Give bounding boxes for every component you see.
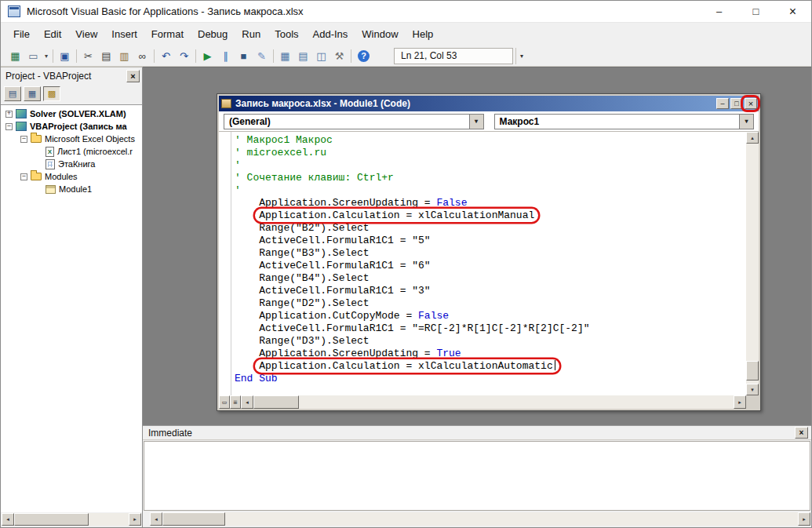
code-line-2[interactable]: ' microexcel.ru [235,147,746,159]
collapse-icon[interactable]: − [20,136,27,143]
menu-item-edit[interactable]: Edit [37,24,68,46]
cut-icon[interactable]: ✂ [79,48,97,64]
code-line-19[interactable]: Application.Calculation = xlCalculationA… [235,360,746,373]
view-microsoft-excel-icon[interactable]: ▦ [6,48,24,64]
code-line-8[interactable]: Range("B2").Select [235,222,746,235]
menu-item-insert[interactable]: Insert [104,24,144,46]
code-line-13[interactable]: ActiveCell.FormulaR1C1 = "3" [235,285,746,297]
tree-item-thisworkbook[interactable]: ЭтаКнига [1,158,142,170]
menu-item-debug[interactable]: Debug [191,24,235,46]
code-line-5[interactable]: ' [235,184,746,197]
tree-item-vbaproject[interactable]: −VBAProject (Запись ма [1,120,142,133]
maximize-button[interactable]: □ [737,1,774,22]
break-icon[interactable]: ∥ [217,48,235,64]
scrollbar-track[interactable] [299,395,734,409]
tree-item-module1[interactable]: Module1 [1,183,142,195]
code-line-11[interactable]: ActiveCell.FormulaR1C1 = "6" [235,260,746,272]
scrollbar-thumb[interactable] [162,512,225,526]
scroll-right-button[interactable]: ▸ [798,512,810,526]
toolbar-options-chevron-icon[interactable]: ▾ [515,48,527,64]
menu-item-format[interactable]: Format [144,24,191,46]
procedure-view-button[interactable]: ▭ [219,395,230,409]
scrollbar-thumb[interactable] [253,395,299,409]
code-window-titlebar[interactable]: Запись макроса.xlsx - Module1 (Code) – □… [219,96,759,111]
menu-item-run[interactable]: Run [235,24,268,46]
code-line-12[interactable]: Range("B4").Select [235,272,746,285]
code-line-20[interactable]: End Sub [235,373,746,385]
code-line-4[interactable]: ' Сочетание клавиш: Ctrl+r [235,172,746,184]
code-window-minimize-button[interactable]: – [716,98,729,109]
paste-icon[interactable]: ▥ [115,48,133,64]
toolbox-icon[interactable]: ⚒ [330,48,348,64]
immediate-input-area[interactable] [144,441,810,511]
toggle-folders-button[interactable]: ▩ [43,86,60,101]
properties-window-icon[interactable]: ▤ [294,48,312,64]
vertical-scrollbar-thumb[interactable] [746,361,759,381]
redo-icon[interactable]: ↷ [175,48,193,64]
object-browser-icon[interactable]: ◫ [312,48,330,64]
code-line-6[interactable]: Application.ScreenUpdating = False [235,197,746,209]
code-line-7[interactable]: Application.Calculation = xlCalculationM… [235,209,746,222]
project-explorer-icon[interactable]: ▦ [276,48,294,64]
code-line-16[interactable]: ActiveCell.FormulaR1C1 = "=RC[-2]*R[1]C[… [235,322,746,335]
help-icon[interactable]: ? [358,50,370,62]
tree-item-solver[interactable]: +Solver (SOLVER.XLAM) [1,107,142,120]
code-horizontal-scrollbar[interactable]: ▭ ≣ ◂ ▸ [219,395,746,409]
code-line-10[interactable]: Range("B3").Select [235,247,746,260]
immediate-close-button[interactable]: × [795,427,808,439]
design-mode-icon[interactable]: ✎ [253,48,271,64]
menu-item-file[interactable]: File [6,24,37,46]
project-horizontal-scrollbar[interactable]: ◂ ▸ [2,513,141,526]
code-line-15[interactable]: Application.CutCopyMode = False [235,310,746,322]
code-window-close-button[interactable]: × [745,98,757,109]
menu-item-window[interactable]: Window [355,24,405,46]
collapse-icon[interactable]: − [20,173,27,180]
object-dropdown[interactable]: (General) ▾ [224,114,484,129]
tree-item-microsoft-excel-objects[interactable]: −Microsoft Excel Objects [1,133,142,145]
code-line-18[interactable]: Application.ScreenUpdating = True [235,348,746,360]
scrollbar-track[interactable] [225,512,798,526]
view-object-button[interactable]: ▦ [24,86,41,101]
undo-icon[interactable]: ↶ [157,48,175,64]
copy-icon[interactable]: ▤ [97,48,115,64]
code-vertical-scrollbar[interactable]: ▴ ▾ [746,132,759,395]
code-line-1[interactable]: ' Макрос1 Макрос [235,134,746,147]
insert-userform-icon[interactable]: ▭ [24,48,42,64]
scroll-up-button[interactable]: ▴ [746,132,759,144]
menu-item-add-ins[interactable]: Add-Ins [306,24,355,46]
scroll-right-button[interactable]: ▸ [734,395,746,409]
scroll-down-button[interactable]: ▾ [746,384,759,395]
procedure-dropdown[interactable]: Макрос1 ▾ [494,114,755,129]
code-line-9[interactable]: ActiveCell.FormulaR1C1 = "5" [235,235,746,247]
insert-userform-dropdown-icon[interactable]: ▾ [42,53,50,60]
project-panel-close-button[interactable]: × [126,70,140,82]
collapse-icon[interactable]: − [5,123,13,130]
code-line-3[interactable]: ' [235,159,746,172]
tree-item-sheet1[interactable]: Лист1 (microexcel.r [1,145,142,158]
save-icon[interactable]: ▣ [56,48,74,64]
expand-icon[interactable]: + [5,111,13,118]
scrollbar-track[interactable] [89,513,129,526]
menu-item-tools[interactable]: Tools [268,24,305,46]
scroll-left-button[interactable]: ◂ [241,395,253,409]
scrollbar-thumb[interactable] [14,513,89,526]
minimize-button[interactable]: – [701,1,737,22]
procedure-dropdown-arrow-icon[interactable]: ▾ [739,115,753,129]
scroll-left-button[interactable]: ◂ [2,513,14,526]
immediate-horizontal-scrollbar[interactable]: ◂ ▸ [150,512,810,526]
tree-item-modules[interactable]: −Modules [1,170,142,183]
code-line-17[interactable]: Range("D3").Select [235,335,746,348]
scroll-left-button[interactable]: ◂ [150,512,162,526]
full-module-view-button[interactable]: ≣ [230,395,241,409]
reset-icon[interactable]: ■ [235,48,253,64]
scroll-right-button[interactable]: ▸ [129,513,141,526]
menu-item-view[interactable]: View [68,24,104,46]
menu-item-help[interactable]: Help [406,24,441,46]
object-dropdown-arrow-icon[interactable]: ▾ [469,115,483,129]
code-editor[interactable]: ' Макрос1 Макрос' microexcel.ru'' Сочета… [231,132,746,395]
view-code-button[interactable]: ▤ [4,86,21,101]
code-window-maximize-button[interactable]: □ [730,98,743,109]
run-macro-icon[interactable]: ▶ [198,48,217,64]
close-button[interactable]: × [774,1,811,22]
find-icon[interactable]: ∞ [133,48,151,64]
